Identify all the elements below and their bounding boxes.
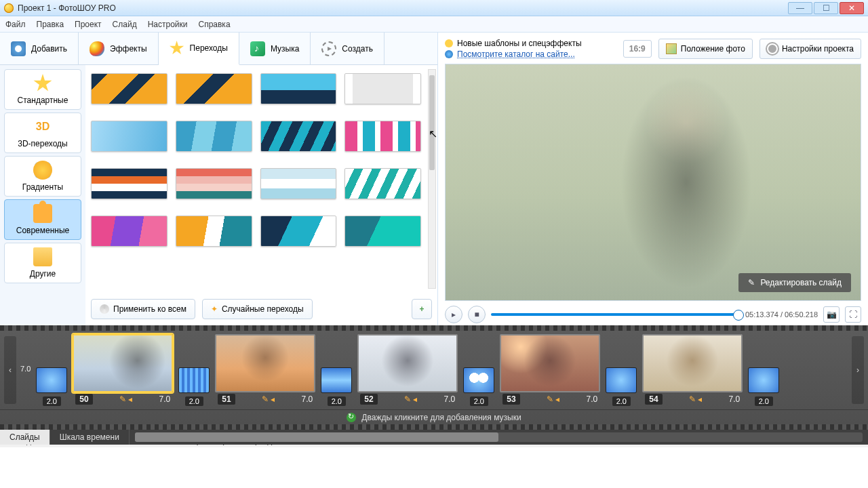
random-transitions-button[interactable]: ✦Случайные переходы <box>202 299 313 319</box>
slide-image <box>216 336 314 391</box>
menu-project[interactable]: Проект <box>75 20 102 29</box>
transition-slot-2[interactable] <box>321 368 351 392</box>
transition-duration[interactable]: 2.0 <box>185 396 203 406</box>
film-reel-icon <box>321 41 336 56</box>
tab-music[interactable]: Музыка <box>239 33 311 64</box>
slide-tools[interactable]: ✎ ◂ <box>547 394 559 404</box>
slide-thumb-52[interactable] <box>357 334 458 392</box>
transition-slot-1[interactable] <box>179 368 209 392</box>
transition-thumb-9[interactable] <box>176 168 252 199</box>
menu-edit[interactable]: Правка <box>37 20 64 29</box>
slide-number: 51 <box>218 394 235 405</box>
add-transition-button[interactable]: + <box>412 299 432 319</box>
photo-position-button[interactable]: Положение фото <box>658 39 753 59</box>
music-hint: Дважды кликните для добавления музыки <box>361 413 521 422</box>
tab-transitions[interactable]: Переходы <box>159 33 239 65</box>
category-grad[interactable]: Градиенты <box>4 156 81 197</box>
apply-all-button[interactable]: Применить ко всем <box>91 299 195 319</box>
transition-thumb-6[interactable] <box>260 121 337 152</box>
star-icon <box>170 41 184 56</box>
tab-create[interactable]: Создать <box>311 33 384 64</box>
menu-slide[interactable]: Слайд <box>113 20 137 29</box>
aspect-ratio-button[interactable]: 16:9 <box>623 40 652 58</box>
transition-duration[interactable]: 2.0 <box>328 396 346 406</box>
grid-scrollbar[interactable] <box>428 69 436 289</box>
maximize-button[interactable]: ☐ <box>814 2 838 14</box>
category-label: Стандартные <box>6 96 79 105</box>
slide-thumb-54[interactable] <box>642 334 743 392</box>
snapshot-button[interactable]: 📷 <box>823 306 840 323</box>
play-button[interactable]: ▸ <box>445 306 462 323</box>
stop-button[interactable]: ■ <box>468 306 486 323</box>
refresh-icon <box>347 413 356 422</box>
category-mod[interactable]: Современные <box>4 199 81 240</box>
slide-number: 52 <box>360 394 377 405</box>
transition-slot-end[interactable] <box>749 368 778 392</box>
scrollbar-thumb[interactable] <box>429 75 435 170</box>
left-duration: 7.0 <box>20 365 31 375</box>
slide-thumb-50[interactable] <box>73 334 173 392</box>
slide-duration[interactable]: 7.0 <box>444 394 456 404</box>
minimize-button[interactable]: — <box>788 2 812 14</box>
transition-duration[interactable]: 2.0 <box>612 396 631 406</box>
transition-duration[interactable]: 2.0 <box>755 396 773 406</box>
music-track-bar[interactable]: Дважды кликните для добавления музыки <box>0 409 868 424</box>
slide-tools[interactable]: ✎ ◂ <box>262 394 275 404</box>
project-settings-button[interactable]: Настройки проекта <box>760 39 861 59</box>
transition-thumb-15[interactable] <box>344 216 421 247</box>
menu-help[interactable]: Справка <box>198 20 230 29</box>
transition-slot-3[interactable] <box>464 368 494 392</box>
slide-thumb-53[interactable] <box>500 334 600 392</box>
transition-thumb-8[interactable] <box>91 168 167 199</box>
slide-thumb-51[interactable] <box>215 334 315 392</box>
slide-duration[interactable]: 7.0 <box>302 394 313 404</box>
menu-bar: Файл Правка Проект Слайд Настройки Справ… <box>0 16 868 33</box>
category-oth[interactable]: Другие <box>4 243 81 283</box>
slide-tools[interactable]: ✎ ◂ <box>404 394 417 404</box>
transition-thumb-2[interactable] <box>260 73 337 104</box>
transition-thumb-5[interactable] <box>176 121 252 152</box>
bottom-tab-timeline[interactable]: Шкала времени <box>50 430 130 445</box>
transition-thumb-14[interactable] <box>260 216 337 247</box>
slide-duration[interactable]: 7.0 <box>587 394 598 404</box>
transition-thumb-10[interactable] <box>260 168 337 199</box>
timeline-next-button[interactable]: › <box>852 336 864 404</box>
transition-thumb-4[interactable] <box>91 121 167 152</box>
close-button[interactable]: ✕ <box>840 2 864 14</box>
slide-tools[interactable]: ✎ ◂ <box>689 394 702 404</box>
edit-slide-button[interactable]: Редактировать слайд <box>738 273 851 292</box>
slide-duration[interactable]: 7.0 <box>159 394 171 404</box>
bottom-tab-slides[interactable]: Слайды <box>0 430 50 445</box>
category-3d[interactable]: 3D3D-переходы <box>4 113 81 153</box>
menu-file[interactable]: Файл <box>5 20 26 29</box>
catalog-link[interactable]: Посмотрите каталог на сайте... <box>457 49 575 60</box>
transition-duration[interactable]: 2.0 <box>43 396 61 406</box>
fold-icon <box>33 247 52 266</box>
slide-tools[interactable]: ✎ ◂ <box>119 394 132 404</box>
menu-settings[interactable]: Настройки <box>148 20 188 29</box>
playback-track[interactable] <box>491 313 740 316</box>
tab-add[interactable]: Добавить <box>0 33 79 64</box>
tab-effects[interactable]: Эффекты <box>79 33 159 64</box>
transition-slot-0[interactable] <box>37 368 66 392</box>
timeline-prev-button[interactable]: ‹ <box>4 336 16 404</box>
fullscreen-button[interactable]: ⛶ <box>845 306 861 323</box>
transition-thumb-11[interactable] <box>344 168 421 199</box>
transition-thumb-7[interactable] <box>344 121 421 152</box>
transition-duration[interactable]: 2.0 <box>470 396 488 406</box>
timeline-scrollbar-thumb[interactable] <box>135 432 499 442</box>
transition-thumb-12[interactable] <box>91 216 167 247</box>
time-display: 05:13.374 / 06:50.218 <box>745 310 818 319</box>
music-icon <box>250 41 265 56</box>
timeline-scrollbar[interactable] <box>135 432 863 442</box>
transition-thumb-13[interactable] <box>176 216 252 247</box>
transition-thumb-0[interactable] <box>91 73 167 104</box>
transition-slot-4[interactable] <box>606 368 636 392</box>
transition-thumb-1[interactable] <box>176 73 252 104</box>
timeline-panel: ‹ 7.0 2.050✎ ◂7.02.051✎ ◂7.02.052✎ ◂7.02… <box>0 325 868 432</box>
category-label: 3D-переходы <box>6 139 79 148</box>
category-std[interactable]: Стандартные <box>4 69 81 110</box>
slide-number: 53 <box>502 394 519 405</box>
slide-duration[interactable]: 7.0 <box>729 394 741 404</box>
transition-thumb-3[interactable] <box>344 73 421 104</box>
